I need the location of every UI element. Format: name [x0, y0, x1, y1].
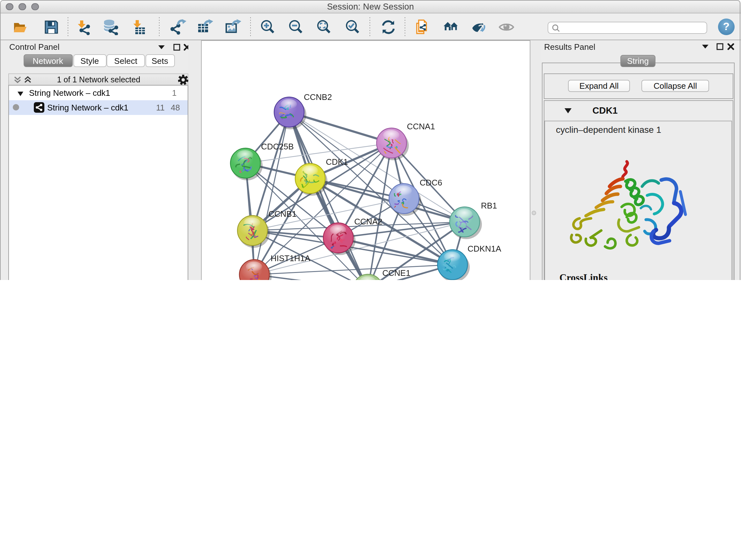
svg-text:CCNA1: CCNA1 — [407, 122, 434, 131]
svg-text:HIST1H1A: HIST1H1A — [270, 253, 310, 263]
svg-text:CCNA2: CCNA2 — [354, 217, 382, 226]
svg-text:RB1: RB1 — [481, 201, 497, 210]
svg-text:CDK1: CDK1 — [326, 157, 347, 167]
svg-text:CDKN1A: CDKN1A — [467, 244, 501, 253]
svg-text:CCNE1: CCNE1 — [382, 268, 410, 278]
svg-text:CCNB2: CCNB2 — [304, 92, 332, 102]
svg-text:CCNB1: CCNB1 — [268, 209, 296, 219]
svg-text:CDC25B: CDC25B — [261, 142, 293, 151]
svg-text:CDC6: CDC6 — [419, 178, 442, 187]
